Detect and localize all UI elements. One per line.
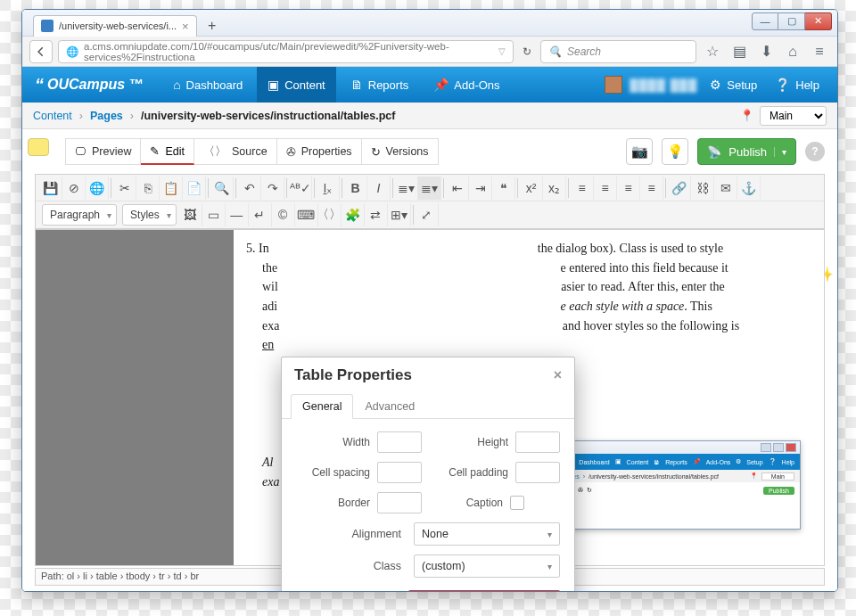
tab-source[interactable]: 〈〉Source [194,138,277,165]
fullscreen-icon[interactable]: ⤢ [416,203,439,226]
app-logo-text: OUCampus [47,77,125,93]
codeview-icon[interactable]: 〈〉 [318,203,342,226]
superscript-icon[interactable]: x² [520,177,543,200]
modal-tab-general[interactable]: General [291,394,353,419]
doc-line: Al [262,456,273,469]
input-border[interactable] [377,492,422,513]
hr-icon[interactable]: — [226,203,249,226]
bookmark-star-icon[interactable]: ☆ [702,41,723,62]
align-center-icon[interactable]: ≡ [594,177,617,200]
url-bar[interactable]: 🌐 a.cms.omniupdate.com/10/#oucampus/utc/… [58,40,514,63]
redo-icon[interactable]: ↷ [261,177,284,200]
current-user[interactable]: ████ ███ [630,78,697,92]
nav-dashboard[interactable]: ⌂ Dashboard [162,67,253,103]
undo-icon[interactable]: ↶ [238,177,261,200]
window-maximize-button[interactable]: ▢ [778,12,805,30]
menu-icon[interactable]: ≡ [809,41,830,62]
site-select[interactable]: Main [760,106,827,126]
crumb-content[interactable]: Content [33,110,72,122]
checkbox-caption[interactable] [510,496,524,510]
align-right-icon[interactable]: ≡ [617,177,640,200]
cancel-icon[interactable]: ⊘ [62,177,86,200]
avatar[interactable] [605,76,622,94]
clearformat-icon[interactable]: Iₓ [317,177,340,200]
modal-tab-advanced[interactable]: Advanced [353,394,426,419]
bold-icon[interactable]: B [344,177,367,200]
tab-preview[interactable]: 🖵Preview [65,138,141,165]
window-close-button[interactable]: ✕ [805,12,832,30]
nav-setup[interactable]: ⚙ Setup [704,78,762,92]
snippet-icon[interactable]: 🧩 [342,203,365,226]
input-cellpadding[interactable] [515,462,560,483]
paste-icon[interactable]: 📋 [160,177,183,200]
url-dropdown-icon[interactable]: ▽ [498,46,506,56]
subscript-icon[interactable]: x₂ [543,177,566,200]
align-left-icon[interactable]: ≡ [571,177,594,200]
tab-versions[interactable]: ↻Versions [362,138,439,165]
nav-help[interactable]: ❔ Help [770,78,825,92]
window-minimize-button[interactable]: — [752,12,778,30]
italic-icon[interactable]: I [367,177,391,200]
tab-edit[interactable]: ✎Edit [141,138,194,165]
select-class[interactable]: (custom)▾ [414,554,560,578]
input-cellspacing[interactable] [377,462,422,483]
align-justify-icon[interactable]: ≡ [640,177,663,200]
table-icon[interactable]: ⊞▾ [388,203,411,226]
mailto-icon[interactable]: ✉ [714,177,737,200]
downloads-icon[interactable]: ⬇ [755,41,777,62]
tab-properties[interactable]: ✇Properties [277,138,362,165]
clipboard-icon: 🗎 [350,78,363,92]
context-help-button[interactable]: ? [805,142,825,161]
paragraph-select[interactable]: Paragraph [42,204,117,226]
indent-icon[interactable]: ⇥ [469,177,492,200]
bullet-list-icon[interactable]: ≣▾ [395,177,418,200]
publish-button[interactable]: 📡 Publish ▾ [697,138,796,165]
back-button[interactable] [29,40,53,63]
spellcheck-icon[interactable]: ᴬᴮ✓ [289,177,312,200]
checkout-indicator[interactable] [28,138,49,156]
chevron-down-icon[interactable]: ▾ [774,147,786,157]
linebreak-icon[interactable]: ↵ [249,203,272,226]
styles-select[interactable]: Styles [122,204,177,226]
save-icon[interactable]: 💾 [39,177,62,200]
browser-tab[interactable]: /university-web-services/i... × [33,15,197,37]
tab-close-icon[interactable]: × [182,20,189,33]
keyboard-icon[interactable]: ⌨ [295,203,318,226]
input-width[interactable] [377,431,422,453]
blockquote-icon[interactable]: ❝ [492,177,515,200]
cut-icon[interactable]: ✂ [113,177,136,200]
number-list-icon[interactable]: ≣▾ [418,177,441,200]
copy-icon[interactable]: ⎘ [136,177,160,200]
image-icon[interactable]: 🖼 [179,203,202,226]
library-icon[interactable]: ▤ [728,41,750,62]
nav-addons[interactable]: 📌 Add-Ons [423,67,510,103]
link-icon[interactable]: 🔗 [668,177,691,200]
camera-button[interactable]: 📷 [626,138,653,165]
reload-button[interactable]: ↻ [519,45,535,58]
charmap-icon[interactable]: © [272,203,295,226]
nav-content[interactable]: ▣ Content [257,67,336,103]
input-height[interactable] [515,431,560,453]
asset-icon[interactable]: ⇄ [365,203,388,226]
nav-reports[interactable]: 🗎 Reports [340,67,420,103]
pencil-icon: ✎ [150,144,160,158]
doc-line: 5. In [246,242,272,255]
unlink-icon[interactable]: ⛓ [691,177,714,200]
page-area: 🖵Preview ✎Edit 〈〉Source ✇Properties ↻Ver… [22,129,837,591]
new-tab-button[interactable]: + [202,16,222,36]
select-alignment[interactable]: None▾ [414,522,560,546]
lightbulb-button[interactable]: 💡 [662,138,688,165]
globe-icon[interactable]: 🌐 [86,177,109,200]
modal-close-icon[interactable]: × [554,367,562,383]
find-icon[interactable]: 🔍 [210,177,234,200]
home-icon[interactable]: ⌂ [782,41,803,62]
crumb-pages[interactable]: Pages [90,110,123,122]
app-logo[interactable]: “OUCampus™ [35,77,143,93]
wrench-icon: ✇ [286,145,296,159]
chevron-down-icon: ▾ [547,530,552,539]
media-icon[interactable]: ▭ [202,203,226,226]
paste-text-icon[interactable]: 📄 [183,177,206,200]
outdent-icon[interactable]: ⇤ [446,177,469,200]
browser-search[interactable]: 🔍 Search [540,40,696,63]
anchor-icon[interactable]: ⚓ [737,177,761,200]
